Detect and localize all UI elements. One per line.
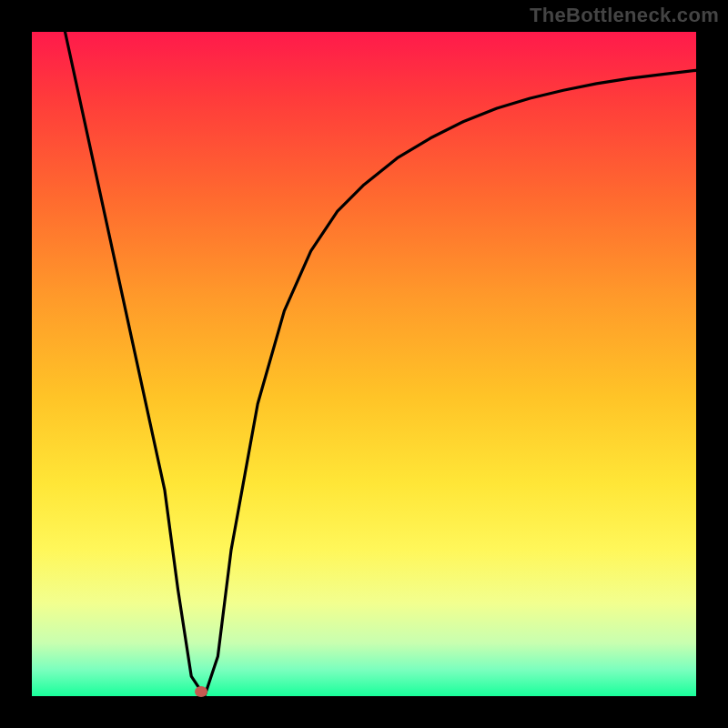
watermark-text: TheBottleneck.com — [530, 4, 719, 27]
marker-dot — [195, 686, 207, 697]
curve-svg — [32, 32, 696, 696]
chart-frame: TheBottleneck.com — [0, 0, 728, 728]
plot-area — [32, 32, 696, 696]
curve-path — [66, 32, 697, 696]
